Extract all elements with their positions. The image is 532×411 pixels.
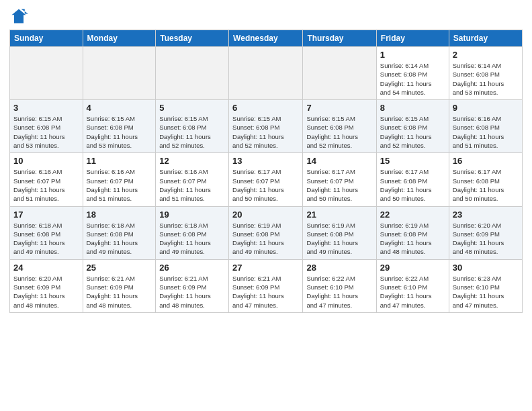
calendar-cell bbox=[303, 47, 376, 100]
day-info: Sunrise: 6:21 AM Sunset: 6:09 PM Dayligh… bbox=[87, 274, 152, 310]
day-info: Sunrise: 6:20 AM Sunset: 6:09 PM Dayligh… bbox=[13, 274, 79, 310]
weekday-header-friday: Friday bbox=[376, 30, 449, 47]
day-info: Sunrise: 6:17 AM Sunset: 6:07 PM Dayligh… bbox=[306, 167, 372, 203]
weekday-header-tuesday: Tuesday bbox=[156, 30, 229, 47]
calendar-cell: 4Sunrise: 6:15 AM Sunset: 6:08 PM Daylig… bbox=[83, 100, 156, 153]
day-info: Sunrise: 6:19 AM Sunset: 6:08 PM Dayligh… bbox=[380, 221, 445, 257]
calendar-cell: 15Sunrise: 6:17 AM Sunset: 6:08 PM Dayli… bbox=[376, 153, 449, 206]
calendar-cell: 23Sunrise: 6:20 AM Sunset: 6:09 PM Dayli… bbox=[449, 206, 522, 259]
calendar-cell: 16Sunrise: 6:17 AM Sunset: 6:08 PM Dayli… bbox=[449, 153, 522, 206]
weekday-header-sunday: Sunday bbox=[10, 30, 83, 47]
day-info: Sunrise: 6:22 AM Sunset: 6:10 PM Dayligh… bbox=[380, 274, 445, 310]
calendar-cell: 13Sunrise: 6:17 AM Sunset: 6:07 PM Dayli… bbox=[229, 153, 303, 206]
weekday-header-saturday: Saturday bbox=[449, 30, 522, 47]
day-number: 21 bbox=[306, 210, 372, 220]
calendar-cell: 26Sunrise: 6:21 AM Sunset: 6:09 PM Dayli… bbox=[156, 259, 229, 312]
weekday-header-row: SundayMondayTuesdayWednesdayThursdayFrid… bbox=[10, 30, 523, 47]
weekday-header-wednesday: Wednesday bbox=[229, 30, 303, 47]
calendar-cell: 5Sunrise: 6:15 AM Sunset: 6:08 PM Daylig… bbox=[156, 100, 229, 153]
day-number: 16 bbox=[453, 156, 519, 166]
calendar-cell bbox=[229, 47, 303, 100]
calendar-cell: 21Sunrise: 6:19 AM Sunset: 6:08 PM Dayli… bbox=[303, 206, 376, 259]
day-number: 20 bbox=[232, 210, 299, 220]
day-number: 2 bbox=[453, 50, 519, 60]
day-info: Sunrise: 6:15 AM Sunset: 6:08 PM Dayligh… bbox=[159, 114, 225, 150]
calendar-cell: 29Sunrise: 6:22 AM Sunset: 6:10 PM Dayli… bbox=[376, 259, 449, 312]
calendar-cell: 20Sunrise: 6:19 AM Sunset: 6:08 PM Dayli… bbox=[229, 206, 303, 259]
day-info: Sunrise: 6:18 AM Sunset: 6:08 PM Dayligh… bbox=[13, 221, 79, 257]
day-info: Sunrise: 6:17 AM Sunset: 6:08 PM Dayligh… bbox=[453, 167, 519, 203]
day-info: Sunrise: 6:15 AM Sunset: 6:08 PM Dayligh… bbox=[13, 114, 79, 150]
day-number: 29 bbox=[380, 263, 445, 273]
day-number: 13 bbox=[232, 156, 299, 166]
day-info: Sunrise: 6:21 AM Sunset: 6:09 PM Dayligh… bbox=[159, 274, 225, 310]
logo bbox=[9, 7, 31, 26]
day-info: Sunrise: 6:17 AM Sunset: 6:08 PM Dayligh… bbox=[380, 167, 445, 203]
day-number: 1 bbox=[380, 50, 445, 60]
day-number: 12 bbox=[159, 156, 225, 166]
day-number: 24 bbox=[13, 263, 79, 273]
day-number: 3 bbox=[13, 103, 79, 113]
calendar-cell: 9Sunrise: 6:16 AM Sunset: 6:08 PM Daylig… bbox=[449, 100, 522, 153]
day-info: Sunrise: 6:16 AM Sunset: 6:07 PM Dayligh… bbox=[13, 167, 79, 203]
day-number: 11 bbox=[87, 156, 152, 166]
day-info: Sunrise: 6:19 AM Sunset: 6:08 PM Dayligh… bbox=[306, 221, 372, 257]
day-number: 25 bbox=[87, 263, 152, 273]
day-info: Sunrise: 6:16 AM Sunset: 6:07 PM Dayligh… bbox=[87, 167, 152, 203]
day-info: Sunrise: 6:20 AM Sunset: 6:09 PM Dayligh… bbox=[453, 221, 519, 257]
calendar-cell bbox=[156, 47, 229, 100]
calendar-cell: 30Sunrise: 6:23 AM Sunset: 6:10 PM Dayli… bbox=[449, 259, 522, 312]
day-info: Sunrise: 6:14 AM Sunset: 6:08 PM Dayligh… bbox=[380, 61, 445, 97]
calendar-cell: 25Sunrise: 6:21 AM Sunset: 6:09 PM Dayli… bbox=[83, 259, 156, 312]
calendar-cell bbox=[83, 47, 156, 100]
day-number: 17 bbox=[13, 210, 79, 220]
calendar-cell: 2Sunrise: 6:14 AM Sunset: 6:08 PM Daylig… bbox=[449, 47, 522, 100]
day-number: 23 bbox=[453, 210, 519, 220]
calendar-cell: 24Sunrise: 6:20 AM Sunset: 6:09 PM Dayli… bbox=[10, 259, 83, 312]
day-info: Sunrise: 6:15 AM Sunset: 6:08 PM Dayligh… bbox=[87, 114, 152, 150]
calendar-week-3: 10Sunrise: 6:16 AM Sunset: 6:07 PM Dayli… bbox=[10, 153, 523, 206]
calendar-cell: 12Sunrise: 6:16 AM Sunset: 6:07 PM Dayli… bbox=[156, 153, 229, 206]
day-info: Sunrise: 6:21 AM Sunset: 6:09 PM Dayligh… bbox=[232, 274, 299, 310]
day-info: Sunrise: 6:18 AM Sunset: 6:08 PM Dayligh… bbox=[159, 221, 225, 257]
calendar-cell: 1Sunrise: 6:14 AM Sunset: 6:08 PM Daylig… bbox=[376, 47, 449, 100]
calendar-cell: 19Sunrise: 6:18 AM Sunset: 6:08 PM Dayli… bbox=[156, 206, 229, 259]
day-info: Sunrise: 6:18 AM Sunset: 6:08 PM Dayligh… bbox=[87, 221, 152, 257]
calendar-cell: 6Sunrise: 6:15 AM Sunset: 6:08 PM Daylig… bbox=[229, 100, 303, 153]
calendar-cell: 27Sunrise: 6:21 AM Sunset: 6:09 PM Dayli… bbox=[229, 259, 303, 312]
day-info: Sunrise: 6:15 AM Sunset: 6:08 PM Dayligh… bbox=[232, 114, 299, 150]
day-info: Sunrise: 6:15 AM Sunset: 6:08 PM Dayligh… bbox=[380, 114, 445, 150]
day-info: Sunrise: 6:23 AM Sunset: 6:10 PM Dayligh… bbox=[453, 274, 519, 310]
day-number: 28 bbox=[306, 263, 372, 273]
logo-icon bbox=[9, 7, 28, 26]
calendar-week-5: 24Sunrise: 6:20 AM Sunset: 6:09 PM Dayli… bbox=[10, 259, 523, 312]
calendar-cell: 8Sunrise: 6:15 AM Sunset: 6:08 PM Daylig… bbox=[376, 100, 449, 153]
day-number: 8 bbox=[380, 103, 445, 113]
calendar-week-4: 17Sunrise: 6:18 AM Sunset: 6:08 PM Dayli… bbox=[10, 206, 523, 259]
calendar-week-2: 3Sunrise: 6:15 AM Sunset: 6:08 PM Daylig… bbox=[10, 100, 523, 153]
calendar-cell: 10Sunrise: 6:16 AM Sunset: 6:07 PM Dayli… bbox=[10, 153, 83, 206]
day-number: 19 bbox=[159, 210, 225, 220]
calendar-cell bbox=[10, 47, 83, 100]
calendar-week-1: 1Sunrise: 6:14 AM Sunset: 6:08 PM Daylig… bbox=[10, 47, 523, 100]
calendar-cell: 14Sunrise: 6:17 AM Sunset: 6:07 PM Dayli… bbox=[303, 153, 376, 206]
calendar-cell: 18Sunrise: 6:18 AM Sunset: 6:08 PM Dayli… bbox=[83, 206, 156, 259]
calendar-cell: 28Sunrise: 6:22 AM Sunset: 6:10 PM Dayli… bbox=[303, 259, 376, 312]
day-info: Sunrise: 6:17 AM Sunset: 6:07 PM Dayligh… bbox=[232, 167, 299, 203]
weekday-header-thursday: Thursday bbox=[303, 30, 376, 47]
day-number: 10 bbox=[13, 156, 79, 166]
day-number: 5 bbox=[159, 103, 225, 113]
svg-marker-0 bbox=[12, 9, 26, 24]
day-number: 30 bbox=[453, 263, 519, 273]
day-number: 9 bbox=[453, 103, 519, 113]
calendar-cell: 7Sunrise: 6:15 AM Sunset: 6:08 PM Daylig… bbox=[303, 100, 376, 153]
day-info: Sunrise: 6:14 AM Sunset: 6:08 PM Dayligh… bbox=[453, 61, 519, 97]
calendar-cell: 11Sunrise: 6:16 AM Sunset: 6:07 PM Dayli… bbox=[83, 153, 156, 206]
weekday-header-monday: Monday bbox=[83, 30, 156, 47]
day-number: 27 bbox=[232, 263, 299, 273]
day-number: 6 bbox=[232, 103, 299, 113]
day-info: Sunrise: 6:19 AM Sunset: 6:08 PM Dayligh… bbox=[232, 221, 299, 257]
day-info: Sunrise: 6:16 AM Sunset: 6:07 PM Dayligh… bbox=[159, 167, 225, 203]
day-number: 22 bbox=[380, 210, 445, 220]
day-number: 7 bbox=[306, 103, 372, 113]
